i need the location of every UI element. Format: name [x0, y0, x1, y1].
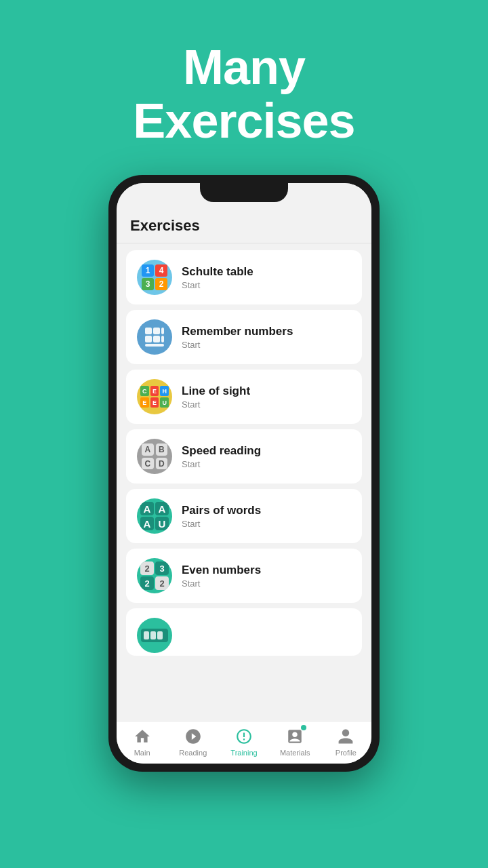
exercise-name-schulte: Schulte table	[182, 265, 253, 279]
exercise-name-speed: Speed reading	[182, 444, 261, 458]
exercise-item-remember-numbers[interactable]: Remember numbers Start	[126, 310, 362, 364]
exercise-item-speed-reading[interactable]: A B C D Speed reading Start	[126, 429, 362, 484]
schulte-icon: 1 4 3 2	[137, 260, 172, 295]
nav-item-reading[interactable]: Reading	[167, 727, 218, 757]
nav-label-training: Training	[230, 749, 257, 757]
exercise-name-sight: Line of sight	[182, 384, 250, 398]
exercise-start-speed: Start	[182, 459, 261, 469]
reading-icon	[184, 727, 203, 746]
exercise-start-sight: Start	[182, 399, 250, 410]
speed-icon: A B C D	[137, 439, 172, 474]
exercise-item-schulte[interactable]: 1 4 3 2 Schulte table Start	[126, 250, 362, 304]
svg-rect-0	[145, 328, 152, 334]
even-icon: 2 3 2 2	[137, 558, 172, 593]
materials-icon	[285, 727, 304, 746]
nav-label-reading: Reading	[179, 749, 207, 757]
exercise-item-line-of-sight[interactable]: C E H E E U Line of sight Start	[126, 370, 362, 424]
nav-label-profile: Profile	[336, 749, 357, 757]
exercise-item-partial[interactable]	[126, 608, 362, 656]
exercise-item-pairs[interactable]: A A A U Pairs of words Start	[126, 489, 362, 543]
profile-icon	[336, 727, 355, 746]
numbers-icon	[137, 319, 172, 355]
sight-icon: C E H E E U	[137, 379, 172, 414]
nav-item-training[interactable]: Training	[218, 727, 269, 757]
nav-label-main: Main	[134, 749, 150, 757]
exercise-start-schulte: Start	[182, 280, 253, 290]
exercise-start-pairs: Start	[182, 519, 261, 529]
materials-badge	[301, 725, 306, 730]
screen-title: Exercises	[130, 217, 200, 234]
exercise-start-numbers: Start	[182, 340, 293, 350]
exercise-name-even: Even numbers	[182, 564, 261, 577]
phone-screen: Exercises 1 4 3 2 Schulte table Start	[117, 183, 371, 764]
hero-text: Many Exercises	[133, 41, 354, 148]
svg-rect-2	[161, 328, 164, 334]
training-icon	[235, 727, 253, 746]
exercise-name-numbers: Remember numbers	[182, 325, 293, 338]
exercise-item-even[interactable]: 2 3 2 2 Even numbers Start	[126, 549, 362, 603]
svg-rect-10	[157, 631, 163, 639]
exercise-name-pairs: Pairs of words	[182, 504, 261, 517]
nav-item-profile[interactable]: Profile	[321, 727, 371, 757]
partial-icon	[137, 618, 172, 653]
exercise-start-even: Start	[182, 578, 261, 589]
bottom-nav: Main Reading Training	[117, 721, 371, 764]
svg-rect-6	[145, 344, 164, 347]
svg-rect-3	[145, 336, 152, 342]
phone-notch	[200, 183, 288, 202]
nav-item-main[interactable]: Main	[117, 727, 167, 757]
svg-rect-8	[144, 631, 149, 639]
nav-label-materials: Materials	[280, 749, 310, 757]
svg-rect-5	[161, 336, 164, 342]
phone-frame: Exercises 1 4 3 2 Schulte table Start	[108, 175, 380, 772]
exercise-list: 1 4 3 2 Schulte table Start	[117, 243, 371, 721]
home-icon	[133, 727, 152, 746]
nav-item-materials[interactable]: Materials	[270, 727, 321, 757]
svg-rect-9	[150, 631, 156, 639]
svg-rect-1	[153, 328, 160, 334]
pairs-icon: A A A U	[137, 498, 172, 534]
svg-rect-4	[153, 336, 160, 342]
